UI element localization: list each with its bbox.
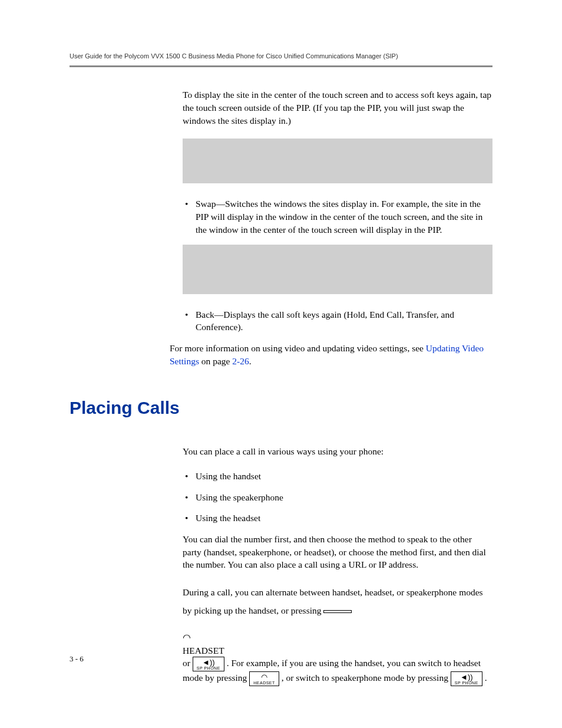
page-container: User Guide for the Polycom VVX 1500 C Bu… xyxy=(0,0,562,686)
headset-glyph-icon-2: ◠ xyxy=(253,673,275,681)
alt-text-1: During a call, you can alternate between… xyxy=(183,587,459,597)
spphone-key-icon: ◄)) SP PHONE xyxy=(193,657,224,671)
methods-list: Using the handset Using the speakerphone… xyxy=(183,470,492,525)
page-number: 3 - 6 xyxy=(70,654,84,664)
alternate-modes-paragraph: During a call, you can alternate between… xyxy=(183,583,492,620)
placeholder-box-1 xyxy=(183,139,492,183)
pip-paragraph: To display the site in the center of the… xyxy=(183,88,492,127)
spphone-glyph-icon-2: ◄)) xyxy=(455,673,478,681)
placing-calls-intro: You can place a call in various ways usi… xyxy=(183,445,492,458)
section-heading-placing-calls: Placing Calls xyxy=(70,396,492,420)
section-content: You can place a call in various ways usi… xyxy=(183,445,492,686)
method-headset: Using the headset xyxy=(183,512,492,525)
page-ref-link[interactable]: 2-26 xyxy=(232,356,249,366)
main-content: To display the site in the center of the… xyxy=(183,88,492,367)
swap-bullet: Swap—Switches the windows the sites disp… xyxy=(183,197,492,236)
running-head: User Guide for the Polycom VVX 1500 C Bu… xyxy=(70,52,492,61)
feature-list-2: Back—Displays the call soft keys again (… xyxy=(183,308,492,334)
more-info-pre: For more information on using video and … xyxy=(170,343,426,353)
more-info-paragraph: For more information on using video and … xyxy=(170,342,492,367)
alt-text-4b: , or switch to speakerphone mode by pres… xyxy=(282,673,451,683)
headset-key-label-2: HEADSET xyxy=(253,681,275,685)
spphone-glyph-icon: ◄)) xyxy=(197,658,220,666)
more-info-mid: on page xyxy=(199,356,232,366)
header-rule xyxy=(70,65,492,67)
alt-text-4c: . xyxy=(485,673,487,683)
spphone-key-icon-2: ◄)) SP PHONE xyxy=(451,671,482,686)
method-speakerphone: Using the speakerphone xyxy=(183,491,492,504)
spphone-key-label: SP PHONE xyxy=(197,666,220,670)
placeholder-box-2 xyxy=(183,245,492,294)
headset-key-icon xyxy=(323,610,352,613)
alt-text-4a: pressing xyxy=(217,673,250,683)
back-bullet: Back—Displays the call soft keys again (… xyxy=(183,308,492,334)
alt-text-2b: or xyxy=(183,658,193,668)
dial-first-paragraph: You can dial the number first, and then … xyxy=(183,533,492,571)
method-handset: Using the handset xyxy=(183,470,492,483)
headset-glyph-icon: ◠ xyxy=(183,631,492,644)
headset-key-icon-2: ◠ HEADSET xyxy=(249,671,279,686)
feature-list-1: Swap—Switches the windows the sites disp… xyxy=(183,197,492,236)
spphone-key-label-2: SP PHONE xyxy=(455,681,478,685)
headset-key-label: HEADSET xyxy=(183,644,492,657)
alt-text-2c: . For xyxy=(227,658,246,668)
more-info-post: . xyxy=(249,356,252,366)
